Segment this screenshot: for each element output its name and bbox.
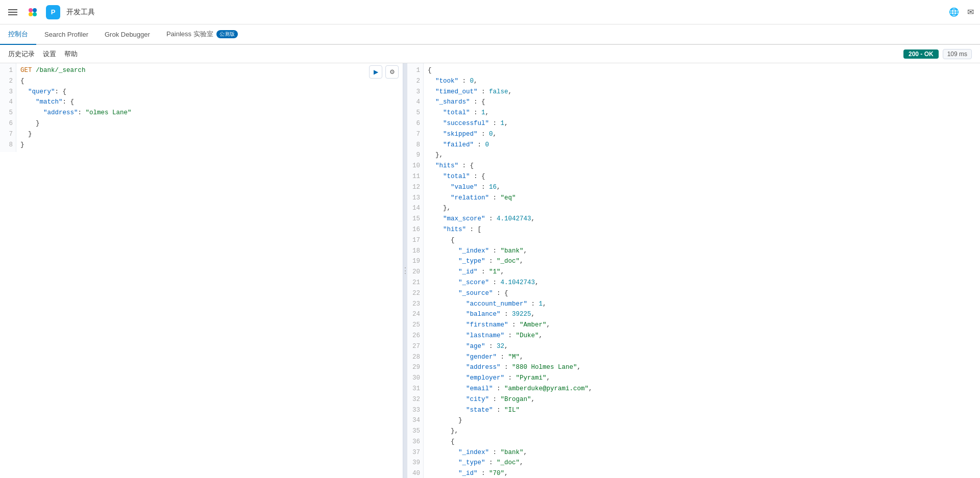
settings-button[interactable]: 设置 [43, 49, 56, 59]
output-json: { "took" : 0, "timed_out" : false, "_sha… [424, 63, 980, 478]
hamburger-button[interactable] [6, 7, 19, 17]
tab-console[interactable]: 控制台 [0, 24, 36, 45]
tab-bar: 控制台 Search Profiler Grok Debugger Painle… [0, 24, 980, 45]
history-button[interactable]: 历史记录 [8, 49, 35, 59]
tab-search-profiler[interactable]: Search Profiler [36, 24, 96, 45]
svg-point-3 [33, 12, 37, 16]
status-ok-badge: 200 - OK [903, 49, 939, 59]
svg-point-0 [29, 8, 33, 12]
line-numbers: 1 2 3 4 5 6 7 8 [0, 63, 16, 152]
run-button[interactable]: ▶ [369, 65, 382, 79]
svg-point-2 [29, 12, 33, 16]
help-button[interactable]: 帮助 [64, 49, 78, 59]
editor-settings-button[interactable]: ⚙ [385, 65, 399, 79]
toolbar: 历史记录 设置 帮助 200 - OK 109 ms [0, 45, 980, 63]
app-title: 开发工具 [66, 8, 95, 17]
main-content: ▶ ⚙ 1 2 3 4 5 6 7 8 GET /bank/_search [0, 63, 980, 478]
output-content: 1234567 891011121314 15161718192021 2223… [407, 63, 980, 478]
tab-grok-debugger[interactable]: Grok Debugger [96, 24, 158, 45]
editor-toolbar: ▶ ⚙ [369, 65, 399, 79]
code-editor[interactable]: 1 2 3 4 5 6 7 8 GET /bank/_search { "que… [0, 63, 403, 478]
app-icon: P [46, 5, 60, 19]
top-right-icons: 🌐 ✉ [949, 7, 974, 17]
svg-point-1 [33, 8, 37, 12]
beta-badge: 公测版 [216, 30, 238, 38]
panel-resizer[interactable]: ⋮ [403, 63, 407, 478]
tab-painless-lab[interactable]: Painless 实验室 公测版 [158, 24, 246, 45]
global-icon[interactable]: 🌐 [949, 7, 959, 17]
status-time: 109 ms [943, 49, 972, 59]
top-bar: P 开发工具 🌐 ✉ [0, 0, 980, 24]
output-line-numbers: 1234567 891011121314 15161718192021 2223… [407, 63, 424, 478]
elastic-logo [26, 5, 40, 19]
editor-content[interactable]: GET /bank/_search { "query": { "match": … [16, 63, 403, 152]
output-panel: 1234567 891011121314 15161718192021 2223… [407, 63, 980, 478]
editor-panel: ▶ ⚙ 1 2 3 4 5 6 7 8 GET /bank/_search [0, 63, 403, 478]
mail-icon[interactable]: ✉ [967, 7, 974, 17]
